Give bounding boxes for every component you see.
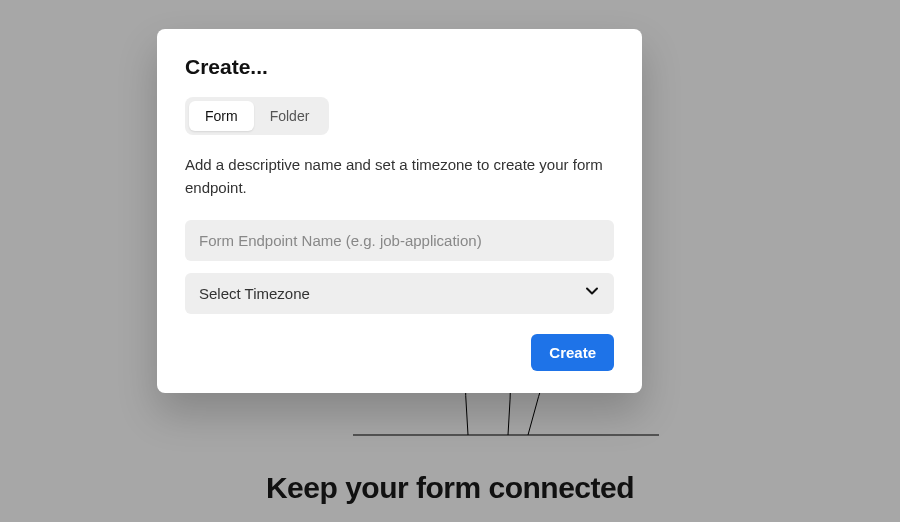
- create-type-tabs: Form Folder: [185, 97, 329, 135]
- page-heading: Keep your form connected: [0, 471, 900, 505]
- timezone-select-wrap: Select Timezone: [185, 273, 614, 314]
- form-name-input[interactable]: [185, 220, 614, 261]
- modal-title: Create...: [185, 55, 614, 79]
- timezone-select[interactable]: Select Timezone: [185, 273, 614, 314]
- create-button[interactable]: Create: [531, 334, 614, 371]
- modal-backdrop: Keep your form connected Create... Form …: [0, 0, 900, 522]
- modal-actions: Create: [185, 334, 614, 371]
- tab-folder[interactable]: Folder: [254, 101, 326, 131]
- create-modal: Create... Form Folder Add a descriptive …: [157, 29, 642, 393]
- tab-form[interactable]: Form: [189, 101, 254, 131]
- modal-description: Add a descriptive name and set a timezon…: [185, 153, 614, 200]
